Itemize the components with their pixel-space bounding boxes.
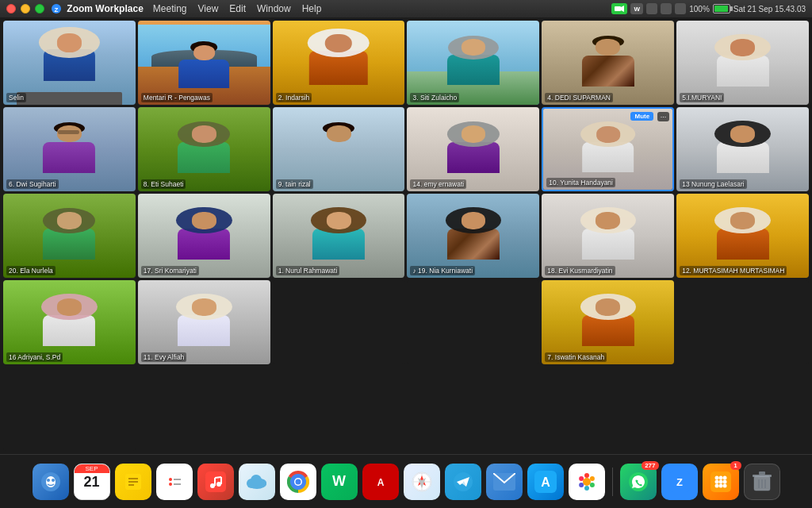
video-cell-siti: 3. Siti Zulaicho [407,21,539,105]
svg-point-7 [52,479,55,482]
label-emy: 14. emy ernawati [410,179,466,189]
video-grid: Selin [3,21,809,451]
svg-point-15 [169,483,172,486]
dock-calendar[interactable]: SEP 21 [74,464,110,500]
svg-point-29 [295,479,301,484]
label-indarsih: 2. Indarsih [276,93,312,102]
dock-icloud[interactable] [239,464,275,500]
svg-point-59 [714,483,718,487]
icon2 [661,3,672,14]
svg-rect-64 [759,471,765,475]
video-cell-empty-r5c4 [676,280,809,364]
menu-window[interactable]: Window [252,3,296,14]
label-murtasimah: 12. MURTASIMAH MURTASIMAH [680,266,787,275]
svg-point-46 [584,486,589,491]
launchpad-badge: 1 [730,461,741,470]
calendar-day: 21 [83,473,99,491]
minimize-button[interactable] [21,4,30,13]
dock-chrome[interactable] [280,464,316,500]
video-cell-adriyani: 16 Adriyani, S.Pd [3,280,136,364]
datetime: Sat 21 Sep 15.43.03 [733,5,806,13]
label-nurul: 1. Nurul Rahmawati [276,266,340,275]
whatsapp-badge: 277 [642,461,658,470]
dock-telegram[interactable] [445,464,481,500]
menu-help[interactable]: Help [297,3,327,14]
video-cell-yunita: Mute ··· 10. Yunita Handayani [542,107,674,191]
dock-photos[interactable] [569,464,605,500]
titlebar-right: W 100% Sat 21 Sep 15.43.03 [611,3,806,14]
svg-text:A: A [377,477,384,488]
battery-percent: 100% [689,5,710,13]
label-ela: 20. Ela Nurlela [6,266,56,275]
video-cell-empty-r5c5 [3,367,136,451]
app-name: Z Zoom Workplace [51,3,144,15]
dock-launchpad[interactable]: 1 [703,464,739,500]
video-cell-sri: 17. Sri Komariyati [138,194,270,278]
svg-text:Z: Z [676,476,683,488]
label-eti: 8. Eti Suhaeti [141,179,186,189]
label-mentari: Mentari R - Pengawas [141,93,213,102]
video-cell-mentari: Mentari R - Pengawas [138,21,270,105]
svg-point-54 [718,475,722,479]
menu-bar: Z Zoom Workplace Meeting View Edit Windo… [51,3,326,15]
svg-point-43 [584,473,589,478]
mute-badge[interactable]: Mute [630,112,653,121]
svg-point-60 [718,483,722,487]
label-evy: 11. Evy Alfiah [141,352,187,362]
dock-whatsapp[interactable]: 277 [620,464,657,500]
label-nia: ♪ 19. Nia Kurniawati [410,266,475,275]
titlebar: Z Zoom Workplace Meeting View Edit Windo… [0,0,812,17]
dock-acrobat[interactable]: A [362,464,399,500]
label-yunita: 10. Yunita Handayani [546,178,615,187]
menu-meeting[interactable]: Meeting [148,3,192,14]
video-cell-emy: 14. emy ernawati [407,107,539,191]
icon1 [646,3,657,14]
video-cell-dwi: 6. Dwi Sugiharti [3,107,136,191]
svg-text:A: A [541,475,550,489]
dock-zoom[interactable]: Z [661,464,698,500]
w-icon: W [630,3,643,14]
video-cell-dedi: 4. DEDI SUPARMAN [542,21,674,105]
calendar-month: SEP [75,464,109,473]
menu-edit[interactable]: Edit [224,3,251,14]
battery-icon [713,4,730,13]
dock-finder[interactable] [33,464,69,500]
svg-marker-3 [621,6,624,12]
dock-notes[interactable] [115,464,151,500]
menu-view[interactable]: View [193,3,224,14]
dock-separator [612,468,613,496]
svg-point-45 [589,483,594,487]
svg-point-44 [589,476,594,481]
dock-safari[interactable] [404,464,440,500]
close-button[interactable] [6,4,16,13]
video-cell-nia: ♪ 19. Nia Kurniawati [407,194,539,278]
label-iswatin: 7. Iswatin Kasanah [545,352,607,362]
label-dwi: 6. Dwi Sugiharti [6,179,59,189]
dock-wecom[interactable]: W [321,464,358,500]
svg-point-6 [47,479,50,482]
video-cell-selin: Selin [3,21,136,105]
video-cell-muryani: 5.I.MURYANI [676,21,809,105]
label-sri: 17. Sri Komariyati [141,266,199,275]
svg-point-13 [169,478,172,481]
svg-point-48 [579,476,584,481]
dock-mail[interactable] [486,464,523,500]
dock-appstore[interactable]: A [527,464,564,500]
video-cell-nunung: 13 Nunung Laelasari [676,107,809,191]
video-cell-indarsih: 2. Indarsih [273,21,405,105]
more-button[interactable]: ··· [657,112,670,121]
svg-point-42 [583,478,591,486]
maximize-button[interactable] [35,4,44,13]
video-cell-iswatin: 7. Iswatin Kasanah [542,280,674,364]
label-selin: Selin [6,93,26,102]
dock: SEP 21 [0,454,812,508]
svg-point-47 [579,483,584,487]
video-status-icon [611,3,627,14]
video-cell-nurul: 1. Nurul Rahmawati [273,194,405,278]
dock-trash[interactable] [744,464,780,500]
dock-music[interactable] [197,464,234,500]
label-adriyani: 16 Adriyani, S.Pd [6,352,63,362]
svg-text:Z: Z [55,6,59,13]
dock-reminders[interactable] [156,464,193,500]
video-cell-empty-r5c1 [273,280,405,364]
